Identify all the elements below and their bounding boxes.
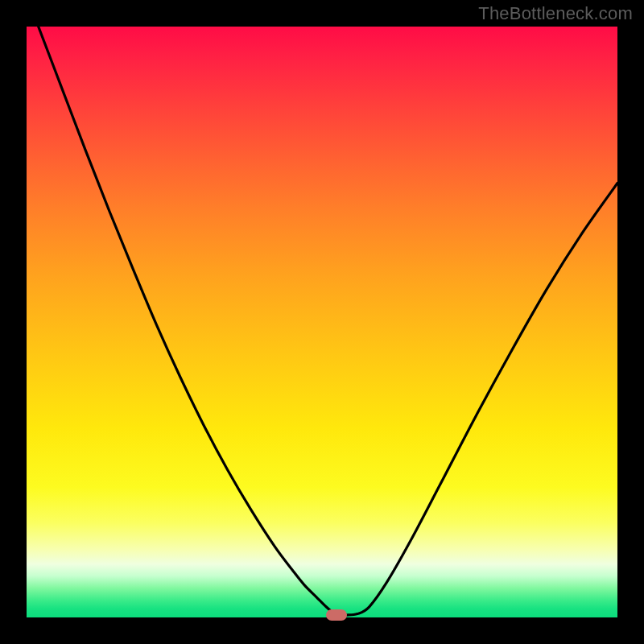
bottleneck-curve [39, 27, 617, 615]
watermark-text: TheBottleneck.com [478, 3, 633, 24]
chart-container: TheBottleneck.com [0, 0, 644, 644]
curve-svg [27, 27, 617, 617]
plot-area [27, 27, 617, 617]
optimal-point-marker [326, 609, 347, 621]
